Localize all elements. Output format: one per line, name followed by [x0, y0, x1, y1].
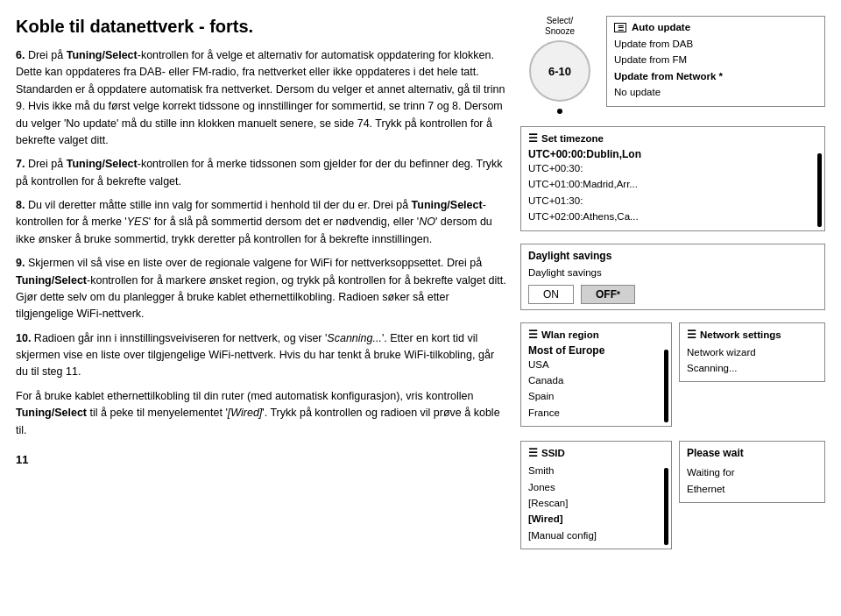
timezone-scrollbar	[817, 153, 822, 227]
daylight-title: Daylight savings	[528, 250, 817, 262]
auto-update-item-3[interactable]: No update	[614, 84, 817, 100]
ssid-title: ☰ SSID	[528, 447, 659, 459]
ssid-wait-row: ☰ SSID Smith Jones [Rescan] [Wired] [Man…	[520, 441, 825, 549]
auto-update-item-2[interactable]: Update from Network	[614, 68, 817, 84]
timezone-item-1[interactable]: UTC+01:00:Madrid,Arr...	[528, 176, 814, 192]
auto-update-title: ☰ Auto update	[614, 22, 817, 32]
network-settings-title: ☰ Network settings	[687, 329, 817, 341]
wlan-panel: ☰ Wlan region Most of Europe USA Canada …	[520, 322, 672, 428]
please-wait-label2: Ethernet	[687, 481, 817, 497]
ssid-panel: ☰ SSID Smith Jones [Rescan] [Wired] [Man…	[520, 441, 672, 549]
daylight-row: Daylight savings Daylight savings ON OFF	[520, 244, 825, 310]
please-wait-panel: Please wait Waiting for Ethernet	[679, 441, 825, 503]
page-title: Koble til datanettverk - forts.	[16, 16, 506, 37]
auto-update-item-1[interactable]: Update from FM	[614, 52, 817, 67]
ssid-scrollbar	[664, 468, 668, 545]
timezone-panel: ☰ Set timezone UTC+00:00:Dublin,Lon UTC+…	[520, 126, 825, 231]
network-settings-icon: ☰	[687, 329, 696, 341]
auto-update-item-0[interactable]: Update from DAB	[614, 36, 817, 52]
ssid-item-2[interactable]: [Rescan]	[528, 495, 659, 511]
wlan-icon: ☰	[528, 329, 538, 341]
daylight-panel: Daylight savings Daylight savings ON OFF	[520, 244, 825, 310]
auto-update-icon: ☰	[614, 23, 626, 32]
network-settings-item-1[interactable]: Scanning...	[687, 360, 817, 376]
section-7: 7. Drei på Tuning/Select-kontrollen for …	[16, 156, 506, 190]
wlan-item-0[interactable]: Most of Europe	[528, 344, 659, 357]
timezone-selected[interactable]: UTC+00:00:Dublin,Lon	[528, 148, 814, 160]
network-settings-panel: ☰ Network settings Network wizard Scanni…	[679, 322, 825, 383]
section-8: 8. Du vil deretter måtte stille inn valg…	[16, 197, 506, 248]
section-10-num: 10.	[16, 332, 31, 344]
ssid-item-4[interactable]: [Manual config]	[528, 527, 659, 543]
section-10-cont: For å bruke kablet ethernettilkobling ti…	[16, 388, 506, 439]
ssid-icon: ☰	[528, 447, 538, 459]
right-column: Select/ Snooze 6-10 ☰ Auto update Update…	[520, 16, 825, 607]
top-panels-row: Select/ Snooze 6-10 ☰ Auto update Update…	[520, 16, 825, 114]
timezone-item-3[interactable]: UTC+02:00:Athens,Ca...	[528, 209, 814, 224]
section-9-num: 9.	[16, 257, 25, 269]
wlan-network-row: ☰ Wlan region Most of Europe USA Canada …	[520, 322, 825, 428]
left-column: Koble til datanettverk - forts. 6. Drei …	[16, 16, 506, 607]
daylight-on-button[interactable]: ON	[528, 285, 574, 304]
section-7-num: 7.	[16, 158, 25, 170]
section-9: 9. Skjermen vil så vise en liste over de…	[16, 255, 506, 323]
dial-circle[interactable]: 6-10	[529, 40, 590, 102]
page: Koble til datanettverk - forts. 6. Drei …	[0, 0, 841, 616]
section-6: 6. Drei på Tuning/Select-kontrollen for …	[16, 47, 506, 149]
network-settings-item-0[interactable]: Network wizard	[687, 344, 817, 360]
wlan-title: ☰ Wlan region	[528, 329, 659, 341]
wlan-item-1[interactable]: USA	[528, 357, 659, 372]
dial-dot	[557, 109, 562, 114]
page-number: 11	[16, 446, 506, 466]
please-wait-title: Please wait	[687, 447, 817, 459]
timezone-row: ☰ Set timezone UTC+00:00:Dublin,Lon UTC+…	[520, 126, 825, 231]
dial-label: Select/ Snooze	[545, 16, 575, 37]
ssid-item-1[interactable]: Jones	[528, 479, 659, 495]
dial-area: Select/ Snooze 6-10	[520, 16, 599, 114]
timezone-title: ☰ Set timezone	[528, 132, 814, 145]
timezone-item-0[interactable]: UTC+00:30:	[528, 160, 814, 176]
section-8-num: 8.	[16, 199, 25, 211]
daylight-label: Daylight savings	[528, 267, 817, 278]
ssid-item-3[interactable]: [Wired]	[528, 511, 659, 527]
wlan-item-4[interactable]: France	[528, 405, 659, 421]
wlan-item-3[interactable]: Spain	[528, 388, 659, 404]
wlan-item-2[interactable]: Canada	[528, 372, 659, 388]
ssid-item-0[interactable]: Smith	[528, 463, 659, 478]
please-wait-label: Waiting for	[687, 464, 817, 480]
daylight-off-button[interactable]: OFF	[581, 285, 635, 304]
timezone-icon: ☰	[528, 132, 538, 145]
section-10: 10. Radioen går inn i innstillingsveivis…	[16, 330, 506, 381]
dial-range: 6-10	[548, 65, 571, 78]
timezone-item-2[interactable]: UTC+01:30:	[528, 193, 814, 209]
section-6-num: 6.	[16, 49, 25, 61]
auto-update-panel: ☰ Auto update Update from DAB Update fro…	[606, 16, 825, 107]
wlan-scrollbar	[664, 350, 668, 423]
daylight-btn-row: ON OFF	[528, 285, 817, 304]
